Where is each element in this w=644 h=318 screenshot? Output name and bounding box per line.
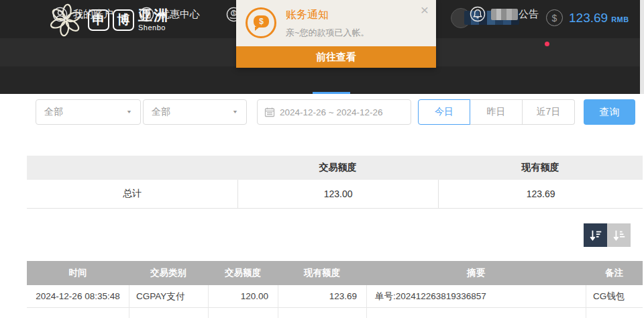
nav-item-promotions[interactable]: 优惠中心 (139, 0, 200, 28)
dollar-icon: $ (546, 9, 563, 26)
record-note: CG钱包 (586, 285, 643, 307)
summary-balance-total: 123.69 (438, 180, 643, 208)
summary-header-empty (27, 156, 237, 180)
record-time: 2024-12-26 08:35:48 (27, 285, 129, 307)
records-header-note: 备注 (586, 261, 643, 285)
sort-descending-button[interactable] (584, 223, 607, 247)
today-button[interactable]: 今日 (418, 99, 470, 125)
close-icon[interactable]: × (421, 3, 429, 17)
logo-char-box: 博 (113, 9, 134, 31)
sort-ascending-button[interactable] (607, 223, 631, 247)
records-header-balance: 现有额度 (278, 261, 366, 285)
record-balance: 123.69 (278, 285, 366, 307)
chevron-down-icon: ▼ (232, 109, 238, 115)
last7days-button[interactable]: 近7日 (523, 99, 575, 125)
date-range-input[interactable]: 2024-12-26 ~ 2024-12-26 (257, 99, 411, 125)
bell-icon (470, 6, 486, 22)
svg-text:$: $ (233, 11, 235, 15)
search-button[interactable]: 查询 (584, 99, 635, 125)
type-select-value: 全部 (152, 106, 170, 118)
user-icon (52, 7, 68, 22)
balance-display[interactable]: $ 123.69 RMB (546, 9, 629, 26)
go-view-label: 前往查看 (316, 51, 356, 64)
gift-icon (139, 7, 154, 22)
records-header-summary: 摘要 (366, 261, 586, 285)
summary-header-row: 交易额度 现有额度 (27, 156, 643, 180)
category-select[interactable]: 全部 ▼ (36, 99, 141, 125)
type-select[interactable]: 全部 ▼ (143, 99, 247, 125)
balance-currency: RMB (611, 15, 629, 23)
quick-date-group: 今日 昨日 近7日 (418, 99, 575, 125)
balance-amount: 123.69 (569, 11, 608, 25)
transaction-records-page: 申 博 亚洲 Shenbo $ 123.69 RMB 我的账户 优惠中心 $ 线… (0, 0, 644, 318)
finance-notice-icon: $ (246, 7, 276, 38)
summary-header-trade: 交易额度 (237, 156, 438, 180)
active-tab-underline (313, 92, 350, 94)
nav-item-label: 我的账户 (73, 8, 113, 21)
summary-total-label: 总计 (27, 180, 237, 208)
record-amount: 120.00 (208, 285, 278, 307)
records-header-row: 时间 交易类别 交易额度 现有额度 摘要 备注 (27, 261, 643, 285)
sort-descending-icon (588, 228, 603, 243)
sort-ascending-icon (612, 228, 627, 243)
popup-body: $ 账务通知 亲~您的款项已入帐。 × (236, 0, 436, 46)
sort-controls (584, 223, 631, 247)
nav-item-label: 公告 (519, 8, 539, 21)
nav-item-announcements[interactable]: 公告 (470, 0, 539, 28)
record-type: CGPAY支付 (129, 285, 208, 307)
yesterday-button[interactable]: 昨日 (470, 99, 523, 125)
sub-tabs-bar (0, 66, 640, 94)
records-table: 时间 交易类别 交易额度 现有额度 摘要 备注 2024-12-26 08:35… (27, 261, 643, 318)
summary-header-balance: 现有额度 (438, 156, 643, 180)
table-row: 2024-12-26 08:35:48 CGPAY支付 120.00 123.6… (27, 285, 643, 308)
records-header-time: 时间 (27, 261, 129, 285)
dollar-bubble-icon: $ (254, 15, 269, 28)
summary-trade-total: 123.00 (237, 180, 438, 208)
account-notification-popup: $ 账务通知 亲~您的款项已入帐。 × 前往查看 (236, 0, 436, 68)
records-header-amount: 交易额度 (208, 261, 278, 285)
popup-message: 亲~您的款项已入帐。 (286, 27, 370, 39)
record-summary: 单号:202412263819336857 (366, 285, 586, 307)
popup-title: 账务通知 (286, 8, 329, 22)
category-select-value: 全部 (44, 106, 63, 118)
blurred-announcement-prefix (491, 9, 518, 20)
nav-item-my-account[interactable]: 我的账户 (52, 0, 113, 28)
records-header-type: 交易类别 (129, 261, 208, 285)
table-row-partial (27, 308, 643, 318)
calendar-icon (264, 107, 275, 117)
right-edge-strip (640, 0, 644, 94)
go-view-button[interactable]: 前往查看 (236, 46, 436, 68)
chevron-down-icon: ▼ (126, 109, 132, 115)
summary-table: 交易额度 现有额度 总计 123.00 123.69 (27, 156, 643, 209)
summary-total-row: 总计 123.00 123.69 (27, 180, 643, 209)
nav-item-label: 优惠中心 (160, 8, 200, 21)
date-range-value: 2024-12-26 ~ 2024-12-26 (280, 107, 383, 117)
notification-dot (545, 42, 549, 46)
